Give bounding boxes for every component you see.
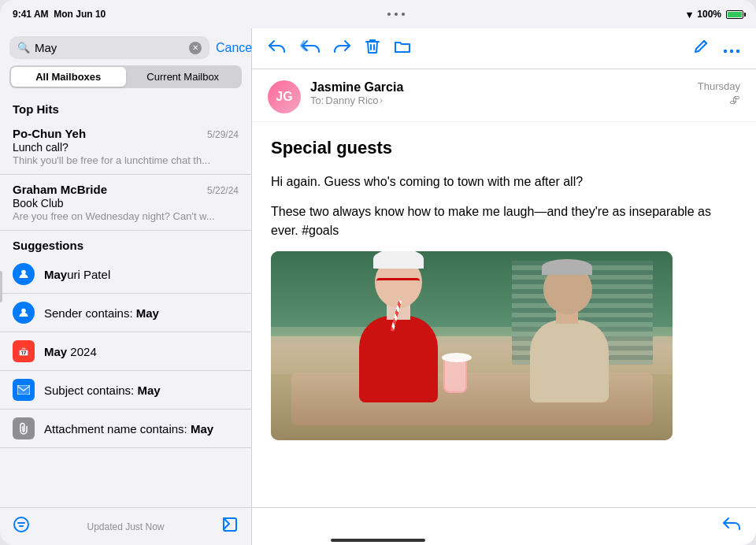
svg-point-4 xyxy=(14,517,28,532)
attachment-indicator-icon: 🖇 xyxy=(698,94,740,106)
main-container: 🔍 ✕ Cancel All Mailboxes Current Mailbox… xyxy=(0,28,756,545)
suggestions-header: Suggestions xyxy=(0,231,251,255)
suggestion-highlight-5: May xyxy=(191,422,213,436)
person-right xyxy=(526,265,613,402)
email-date-1: 5/29/24 xyxy=(207,129,239,140)
battery-percent: 100% xyxy=(697,9,721,20)
avatar: JG xyxy=(268,80,301,113)
svg-point-0 xyxy=(21,270,26,275)
top-hit-item-1[interactable]: Po-Chun Yeh 5/29/24 Lunch call? Think yo… xyxy=(0,119,251,175)
compose-icon[interactable] xyxy=(221,516,239,537)
suggestion-text-3: May 2024 xyxy=(44,345,97,358)
person-right-hair xyxy=(542,259,592,275)
right-panel: JG Jasmine Garcia To: Danny Rico › Thurs… xyxy=(252,28,756,545)
status-center xyxy=(387,13,405,16)
dot-1 xyxy=(387,13,391,16)
toolbar-right xyxy=(693,39,740,58)
more-icon[interactable] xyxy=(723,39,740,57)
email-from: Jasmine Garcia xyxy=(310,80,688,95)
email-timestamp-section: Thursday 🖇 xyxy=(698,80,740,106)
suggestion-text-5: Attachment name contains: May xyxy=(44,422,213,436)
battery-fill xyxy=(728,12,742,17)
email-toolbar xyxy=(252,28,756,69)
email-body: Special guests Hi again. Guess who's com… xyxy=(252,122,756,507)
filter-icon[interactable] xyxy=(13,516,30,537)
person-left-glasses xyxy=(376,278,420,286)
folder-icon[interactable] xyxy=(394,39,411,57)
milkshake-top xyxy=(442,353,472,362)
paperclip-icon xyxy=(13,417,35,439)
clear-button[interactable]: ✕ xyxy=(189,42,202,54)
person-left-body xyxy=(359,316,438,402)
suggestion-highlight-2: May xyxy=(136,306,159,320)
segment-current-mailbox[interactable]: Current Mailbox xyxy=(126,67,241,87)
person-left xyxy=(351,257,446,402)
email-subject: Special guests xyxy=(271,138,737,158)
suggestion-text-2: Sender contains: May xyxy=(44,306,159,320)
status-time-date: 9:41 AM Mon Jun 10 xyxy=(13,9,106,20)
email-body-paragraph-1: Hi again. Guess who's coming to town wit… xyxy=(271,172,737,191)
email-preview-1: Think you'll be free for a lunchtime cha… xyxy=(13,154,239,166)
to-chevron-icon[interactable]: › xyxy=(380,96,383,105)
email-meta: Jasmine Garcia To: Danny Rico › xyxy=(310,80,688,106)
email-subject-2: Book Club xyxy=(13,197,239,209)
reply-back-icon[interactable] xyxy=(268,39,285,57)
status-bar: 9:41 AM Mon Jun 10 ▾ 100% xyxy=(0,0,756,28)
search-input-wrapper: 🔍 ✕ xyxy=(9,36,209,59)
person-icon-1 xyxy=(13,263,35,285)
top-hit-item-2[interactable]: Graham McBride 5/22/24 Book Club Are you… xyxy=(0,175,251,231)
suggestion-item-1[interactable]: Mayuri Patel xyxy=(0,255,251,294)
email-sender-1: Po-Chun Yeh xyxy=(13,127,86,140)
suggestion-text-1: Mayuri Patel xyxy=(44,268,110,281)
dot-3 xyxy=(402,13,405,16)
person-right-body xyxy=(530,320,609,402)
mail-icon xyxy=(13,379,35,401)
email-to: To: Danny Rico › xyxy=(310,95,688,106)
email-subject-1: Lunch call? xyxy=(13,141,239,154)
status-right: ▾ 100% xyxy=(687,9,743,20)
email-embedded-image xyxy=(271,251,673,440)
reply-button[interactable] xyxy=(721,517,740,537)
email-timestamp: Thursday xyxy=(698,80,740,92)
suggestion-text-4: Subject contains: May xyxy=(44,384,161,397)
left-panel: 🔍 ✕ Cancel All Mailboxes Current Mailbox… xyxy=(0,28,252,545)
toolbar-left xyxy=(268,39,411,58)
suggestion-highlight-1: May xyxy=(44,268,67,281)
svg-point-8 xyxy=(736,50,739,53)
person-icon-2 xyxy=(13,302,35,324)
cancel-button[interactable]: Cancel xyxy=(216,41,255,55)
left-edge-indicator xyxy=(0,271,2,302)
wifi-icon: ▾ xyxy=(687,9,692,20)
bottom-bar: Updated Just Now xyxy=(0,507,251,545)
battery-icon xyxy=(726,10,743,19)
delete-icon[interactable] xyxy=(365,39,380,58)
search-input[interactable] xyxy=(35,41,184,54)
svg-point-6 xyxy=(724,50,727,53)
forward-icon[interactable] xyxy=(334,39,351,57)
email-sender-2: Graham McBride xyxy=(13,183,107,196)
suggestion-item-3[interactable]: 📅 May 2024 xyxy=(0,332,251,371)
suggestion-item-2[interactable]: Sender contains: May xyxy=(0,294,251,332)
email-bottom-bar xyxy=(252,507,756,545)
reply-all-icon[interactable] xyxy=(299,39,320,57)
svg-point-7 xyxy=(730,50,733,53)
calendar-icon: 📅 xyxy=(13,340,35,362)
milkshake xyxy=(443,358,467,393)
search-bar: 🔍 ✕ Cancel xyxy=(0,28,251,65)
email-header: JG Jasmine Garcia To: Danny Rico › Thurs… xyxy=(252,69,756,122)
compose-new-icon[interactable] xyxy=(693,39,709,58)
email-date-2: 5/22/24 xyxy=(207,185,239,196)
search-icon: 🔍 xyxy=(17,42,30,54)
segment-all-mailboxes[interactable]: All Mailboxes xyxy=(11,67,126,87)
suggestion-item-5[interactable]: Attachment name contains: May xyxy=(0,410,251,448)
suggestion-highlight-3: May xyxy=(44,345,67,358)
top-hits-header: Top Hits xyxy=(0,95,251,119)
email-row-1: Po-Chun Yeh 5/29/24 xyxy=(13,127,239,140)
email-body-paragraph-2: These two always know how to make me lau… xyxy=(271,202,737,240)
suggestion-item-4[interactable]: Subject contains: May xyxy=(0,371,251,410)
email-row-2: Graham McBride 5/22/24 xyxy=(13,183,239,196)
svg-rect-2 xyxy=(17,385,30,395)
person-left-hair xyxy=(373,251,424,269)
updated-text: Updated Just Now xyxy=(87,521,164,532)
suggestion-highlight-4: May xyxy=(137,384,160,397)
